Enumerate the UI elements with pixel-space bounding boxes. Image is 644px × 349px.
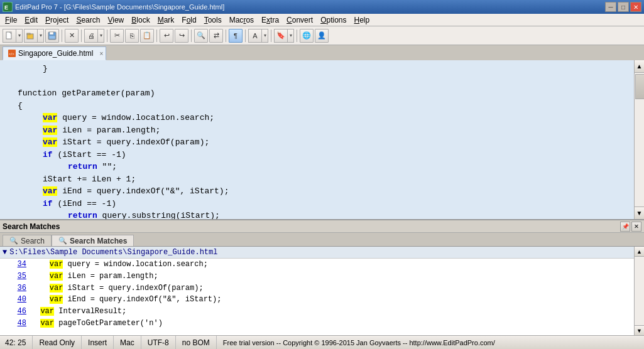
wordwrap-button[interactable]: ¶ [229, 29, 243, 43]
tab-search-label: Search [21, 237, 45, 245]
open-arrow[interactable]: ▾ [38, 29, 44, 43]
menu-macros[interactable]: Macros [226, 14, 258, 26]
read-only-status: Read Only [33, 336, 82, 349]
editor-content[interactable]: } function getParameter(param) { var que… [0, 60, 644, 219]
search-panel-title: Search Matches [3, 222, 60, 231]
result-highlight: var [40, 307, 54, 316]
paste-button[interactable]: 📋 [140, 29, 154, 43]
copy-button[interactable]: ⎘ [125, 29, 139, 43]
results-scroll-down[interactable]: ▼ [635, 325, 644, 335]
results-file-path: S:\Files\Sample Documents\Singapore_Guid… [9, 248, 217, 257]
result-row[interactable]: 36 var iStart = query.indexOf(param); [0, 282, 634, 294]
replace-button[interactable]: ⇄ [209, 29, 223, 43]
browser-button[interactable]: 🌐 [300, 29, 314, 43]
menu-file[interactable]: File [1, 14, 21, 26]
open-button[interactable] [24, 29, 38, 43]
tab-search-matches[interactable]: 🔍 Search Matches [52, 235, 134, 246]
result-row[interactable]: 35 var iLen = param.length; [0, 271, 634, 282]
menu-fold[interactable]: Fold [178, 14, 200, 26]
result-row[interactable]: 48 var pageToGetParameter('n') [0, 318, 634, 330]
menu-options[interactable]: Options [317, 14, 350, 26]
tab-search[interactable]: 🔍 Search [3, 235, 52, 246]
result-highlight: var [50, 272, 63, 281]
svg-rect-4 [27, 33, 30, 35]
font-arrow[interactable]: ▾ [262, 29, 268, 43]
insert-mode: Insert [82, 336, 114, 349]
result-line-num[interactable]: 46 [0, 306, 31, 317]
result-line-num[interactable]: 48 [0, 318, 31, 329]
title-bar: E EditPad Pro 7 - [G:\Files\Sample Docum… [0, 0, 644, 14]
user-button[interactable]: 👤 [315, 29, 329, 43]
tab-bar: </> Singapore_Guide.html × [0, 45, 644, 60]
font-button[interactable]: A [248, 29, 262, 43]
result-line-num[interactable]: 40 [0, 294, 31, 305]
result-highlight: var [50, 284, 63, 293]
tab-singapore[interactable]: </> Singapore_Guide.html × [3, 46, 106, 60]
svg-text:</>: </> [9, 52, 14, 56]
tab-label: Singapore_Guide.html [18, 49, 93, 58]
menu-convert[interactable]: Convert [283, 14, 317, 26]
new-button[interactable] [3, 29, 16, 43]
code-line: if (iStart == -1) [5, 149, 631, 161]
search-panel-controls: 📌 ✕ [620, 222, 641, 232]
new-dropdown[interactable]: ▾ [3, 29, 23, 43]
open-dropdown[interactable]: ▾ [24, 29, 44, 43]
close-button[interactable]: ✕ [630, 2, 641, 12]
result-line-num[interactable]: 34 [0, 259, 31, 270]
close-panel-button[interactable]: ✕ [631, 222, 641, 232]
menu-view[interactable]: View [104, 14, 128, 26]
file-expand-icon[interactable]: ▼ [3, 248, 7, 257]
minimize-button[interactable]: ─ [605, 2, 616, 12]
result-code: var iEnd = query.indexOf("&", iStart); [31, 294, 221, 305]
result-code: var iLen = param.length; [31, 271, 158, 282]
editor-scrollbar[interactable]: ▲ ▼ [634, 60, 644, 219]
font-dropdown[interactable]: A ▾ [248, 29, 268, 43]
menu-edit[interactable]: Edit [21, 14, 41, 26]
pin-panel-button[interactable]: 📌 [620, 222, 630, 232]
bookmark-arrow[interactable]: ▾ [288, 29, 294, 43]
result-line-num[interactable]: 36 [0, 283, 31, 294]
result-row[interactable]: 34 var query = window.location.search; [0, 259, 634, 271]
print-dropdown[interactable]: 🖨 ▾ [84, 29, 104, 43]
scroll-up-button[interactable]: ▲ [635, 60, 644, 73]
print-arrow[interactable]: ▾ [98, 29, 104, 43]
title-bar-left: E EditPad Pro 7 - [G:\Files\Sample Docum… [3, 2, 224, 12]
result-row[interactable]: 40 var iEnd = query.indexOf("&", iStart)… [0, 294, 634, 306]
save-button[interactable] [45, 29, 59, 43]
menu-block[interactable]: Block [128, 14, 153, 26]
redo-button[interactable]: ↪ [175, 29, 188, 43]
undo-button[interactable]: ↩ [160, 29, 173, 43]
toolbar-sep-7 [245, 30, 246, 42]
tab-close-button[interactable]: × [100, 50, 104, 57]
menu-project[interactable]: Project [41, 14, 72, 26]
result-code: var query = window.location.search; [31, 259, 208, 270]
result-line-num[interactable]: 35 [0, 271, 31, 282]
scroll-down-button[interactable]: ▼ [635, 207, 644, 219]
results-scrollbar[interactable]: ▲ ▼ [634, 247, 644, 335]
menu-mark[interactable]: Mark [154, 14, 178, 26]
cut-button[interactable]: ✂ [110, 29, 124, 43]
menu-search[interactable]: Search [72, 14, 104, 26]
menu-tools[interactable]: Tools [200, 14, 226, 26]
result-row[interactable]: 46 var IntervalResult; [0, 306, 634, 318]
results-scroll-up[interactable]: ▲ [635, 247, 644, 257]
code-line: iStart += iLen + 1; [5, 173, 631, 186]
search-panel: Search Matches 📌 ✕ 🔍 Search 🔍 Search Mat… [0, 219, 644, 335]
bookmark-button[interactable]: 🔖 [274, 29, 288, 43]
menu-extra[interactable]: Extra [258, 14, 283, 26]
scroll-thumb[interactable] [635, 74, 644, 99]
search-button[interactable]: 🔍 [194, 29, 208, 43]
editor-container: } function getParameter(param) { var que… [0, 60, 644, 219]
new-arrow[interactable]: ▾ [16, 29, 23, 43]
close-file-button[interactable]: ✕ [65, 29, 79, 43]
toolbar-sep-4 [156, 30, 157, 42]
menu-help[interactable]: Help [351, 14, 374, 26]
results-file-row: ▼ S:\Files\Sample Documents\Singapore_Gu… [0, 247, 634, 259]
toolbar: ▾ ▾ ✕ 🖨 ▾ ✂ ⎘ 📋 ↩ ↪ 🔍 ⇄ ¶ A ▾ 🔖 ▾ 🌐 👤 [0, 26, 644, 45]
result-highlight: var [50, 295, 63, 304]
toolbar-sep-5 [191, 30, 192, 42]
print-button[interactable]: 🖨 [84, 29, 98, 43]
bookmark-dropdown[interactable]: 🔖 ▾ [274, 29, 294, 43]
maximize-button[interactable]: □ [618, 2, 629, 12]
code-line: return query.substring(iStart); [5, 210, 631, 219]
